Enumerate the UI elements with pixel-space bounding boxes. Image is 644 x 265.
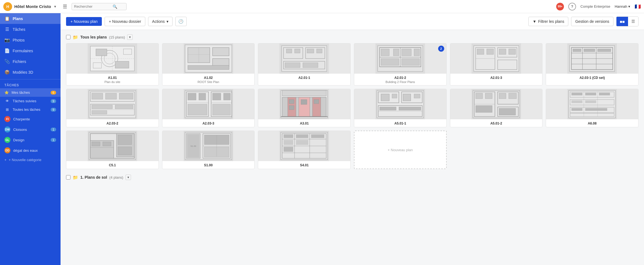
plan-name-a201-2: A2.01-2 bbox=[356, 76, 444, 80]
help-button[interactable]: ? bbox=[568, 3, 576, 10]
svg-rect-36 bbox=[402, 49, 411, 56]
svg-rect-23 bbox=[286, 49, 292, 53]
plan-info-a608: A6.08 bbox=[546, 119, 638, 127]
svg-rect-81 bbox=[223, 93, 230, 100]
plan-thumbnail-a201-1 bbox=[258, 43, 350, 74]
plan-card-a301[interactable]: A3.01 bbox=[258, 89, 351, 127]
sidebar-item-taches[interactable]: ☰ Tâches bbox=[0, 24, 61, 35]
folder-checkbox[interactable] bbox=[66, 35, 70, 39]
plan-info-a101: A1.01 Plan du site bbox=[66, 74, 159, 85]
plan-badge-a201-2: 2 bbox=[438, 46, 444, 52]
search-bar: 🔍 bbox=[72, 3, 127, 10]
folder2-title: 1. Plans de sol bbox=[80, 175, 107, 180]
sidebar-item-modeles3d[interactable]: 📦 Modèles 3D bbox=[0, 67, 61, 78]
plan-subtitle-a102: ROOT Site Plan bbox=[165, 80, 252, 84]
plan-card-s401[interactable]: S4.01 bbox=[258, 131, 351, 169]
plan-thumbnail-a203-3 bbox=[162, 89, 255, 119]
version-management-button[interactable]: Gestion de versions bbox=[571, 17, 613, 26]
sidebar-item-taches-label: Tâches bbox=[13, 27, 25, 32]
grid-view-button[interactable]: ■■ bbox=[616, 17, 628, 26]
star-icon: ⭐ bbox=[4, 90, 9, 95]
plan-card-a201-3[interactable]: A2.01-3 bbox=[450, 43, 543, 85]
svg-rect-92 bbox=[301, 100, 307, 104]
sidebar-item-fichiers-label: Fichiers bbox=[13, 59, 26, 64]
plan-info-a201-2: A2.01-2 Buliding 2 Floor Plans bbox=[354, 74, 446, 85]
list-view-button[interactable]: ☰ bbox=[628, 17, 638, 26]
sidebar-item-fichiers[interactable]: 📎 Fichiers bbox=[0, 56, 61, 67]
eye-icon: 👁 bbox=[4, 99, 10, 103]
folder2-dropdown-button[interactable]: ▾ bbox=[125, 175, 131, 180]
sidebar-item-design[interactable]: GL Design 1 bbox=[0, 135, 61, 145]
svg-rect-24 bbox=[295, 49, 300, 53]
mes-taches-label: Mes tâches bbox=[12, 90, 30, 95]
language-flag[interactable]: 🇫🇷 bbox=[635, 4, 641, 10]
plan-card-a201-2[interactable]: 2 A2.01-2 Buliding 2 Floor Plans bbox=[354, 43, 447, 85]
sidebar-item-mes-taches[interactable]: ⭐ Mes tâches 6 bbox=[0, 88, 61, 97]
actions-button[interactable]: Actions ▾ bbox=[148, 17, 173, 26]
search-icon-button[interactable]: 🔍 bbox=[113, 4, 117, 9]
svg-rect-83 bbox=[212, 104, 230, 115]
svg-rect-46 bbox=[477, 49, 484, 54]
new-plan-placeholder[interactable]: + Nouveau plan bbox=[354, 131, 447, 169]
taches-icon: ☰ bbox=[4, 27, 10, 32]
plan-info-a102: A1.02 ROOT Site Plan bbox=[162, 74, 255, 85]
plan-thumbnail-a301 bbox=[258, 89, 350, 119]
add-category-button[interactable]: + + Nouvelle catégorie bbox=[0, 156, 61, 164]
sidebar-item-cloisons[interactable]: DW Cloisons 1 bbox=[0, 124, 61, 135]
sidebar-divider bbox=[0, 79, 61, 79]
history-button[interactable]: 🕐 bbox=[175, 17, 187, 26]
plan-card-s100[interactable]: S1.00 S1.00 bbox=[162, 131, 255, 169]
search-input[interactable] bbox=[74, 4, 113, 9]
plan-card-a203-1[interactable]: A2.03-1 (CD set) bbox=[546, 43, 638, 85]
hamburger-button[interactable]: ☰ bbox=[62, 2, 68, 11]
charpente-avatar: FI bbox=[4, 116, 10, 122]
new-folder-button[interactable]: + Nouveau dossier bbox=[105, 17, 145, 26]
toutes-taches-badge: 9 bbox=[51, 108, 56, 112]
svg-rect-60 bbox=[598, 49, 611, 52]
sidebar-item-taches-suivies[interactable]: 👁 Tâches suivies 9 bbox=[0, 97, 61, 105]
modeles3d-icon: 📦 bbox=[4, 70, 10, 75]
actions-chevron-icon: ▾ bbox=[167, 19, 168, 24]
svg-rect-79 bbox=[199, 93, 206, 100]
plan-card-a501-1[interactable]: A5.01-1 bbox=[354, 89, 447, 127]
plan-card-a501-2[interactable]: A5.01-2 bbox=[450, 89, 543, 127]
svg-rect-82 bbox=[188, 104, 207, 115]
plan-thumbnail-a101 bbox=[66, 43, 159, 74]
sidebar-item-plans[interactable]: 📋 Plans bbox=[0, 13, 61, 24]
svg-rect-106 bbox=[380, 107, 396, 110]
plan-card-a102[interactable]: A1.02 ROOT Site Plan bbox=[162, 43, 255, 85]
svg-rect-5 bbox=[115, 61, 129, 68]
filter-plans-button[interactable]: ▼ Filtrer les plans bbox=[528, 17, 568, 26]
plan-card-a608[interactable]: A6.08 bbox=[546, 89, 638, 127]
sidebar-item-photos[interactable]: 📷 Photos bbox=[0, 35, 61, 45]
svg-rect-34 bbox=[381, 49, 389, 56]
svg-rect-59 bbox=[584, 49, 595, 52]
plan-card-a101[interactable]: A1.01 Plan du site bbox=[66, 43, 159, 85]
svg-rect-104 bbox=[414, 94, 420, 98]
user-menu-button[interactable]: Hannah ▾ bbox=[615, 4, 630, 9]
new-plan-button[interactable]: + Nouveau plan bbox=[66, 17, 102, 26]
plans-area: 📁 Tous les plans (15 plans) ▾ bbox=[61, 30, 644, 188]
svg-rect-144 bbox=[118, 147, 132, 155]
plan-card-c51[interactable]: C5.1 bbox=[66, 131, 159, 169]
notification-count: 99+ bbox=[556, 3, 564, 10]
filter-label: Filtrer les plans bbox=[538, 19, 564, 24]
plan-card-a203-3[interactable]: A2.03-3 bbox=[162, 89, 255, 127]
plans-grid: A1.01 Plan du site bbox=[66, 43, 638, 169]
folder-dropdown-button[interactable]: ▾ bbox=[127, 34, 133, 40]
folder-de-sol-checkbox[interactable] bbox=[66, 175, 70, 180]
sidebar-item-charpente[interactable]: FI Charpente bbox=[0, 114, 61, 124]
svg-rect-37 bbox=[414, 49, 419, 56]
plan-name-a201-3: A2.01-3 bbox=[452, 76, 540, 80]
svg-rect-47 bbox=[487, 49, 493, 54]
plan-card-a203-2[interactable]: A2.03-2 bbox=[66, 89, 159, 127]
sidebar-item-degat[interactable]: DD dégat des eaux bbox=[0, 145, 61, 156]
svg-rect-78 bbox=[188, 93, 196, 100]
svg-rect-49 bbox=[509, 49, 515, 54]
notifications-button[interactable]: 99+ bbox=[556, 3, 564, 10]
sidebar-item-formulaires[interactable]: 📄 Formulaires bbox=[0, 45, 61, 56]
plan-info-a301: A3.01 bbox=[258, 119, 350, 127]
plan-card-a201-1[interactable]: A2.01-1 bbox=[258, 43, 351, 85]
sidebar-item-toutes-taches[interactable]: ⊞ Toutes les tâches 9 bbox=[0, 105, 61, 114]
plan-subtitle-a101: Plan du site bbox=[69, 80, 156, 84]
